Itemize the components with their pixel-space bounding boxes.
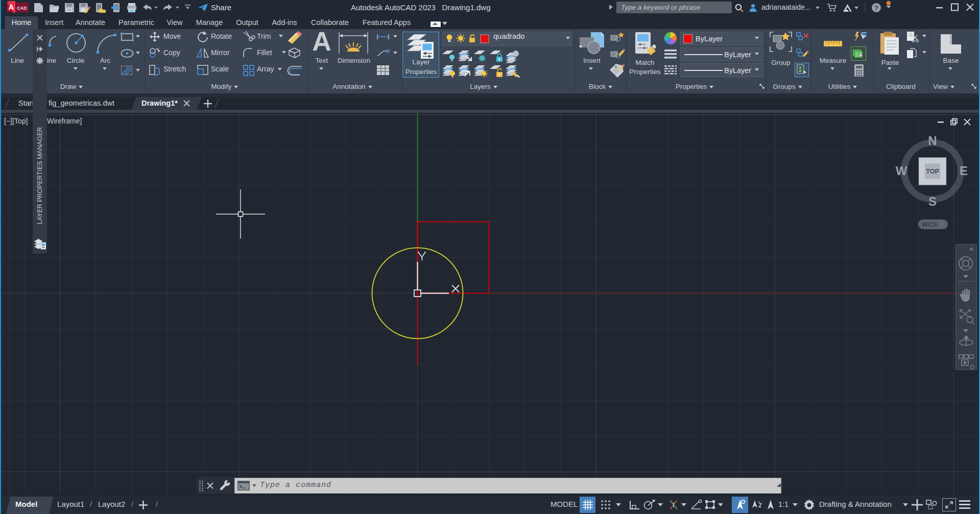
- svg-text:CAD: CAD: [17, 6, 27, 11]
- svg-text:A: A: [9, 3, 14, 11]
- svg-text:W: W: [896, 164, 907, 178]
- svg-text:TOP: TOP: [926, 168, 939, 175]
- svg-text:N: N: [928, 134, 937, 148]
- svg-text:S: S: [928, 194, 937, 208]
- svg-text:?: ?: [874, 4, 878, 12]
- svg-text:E: E: [960, 164, 968, 178]
- svg-text:WCS: WCS: [922, 221, 938, 228]
